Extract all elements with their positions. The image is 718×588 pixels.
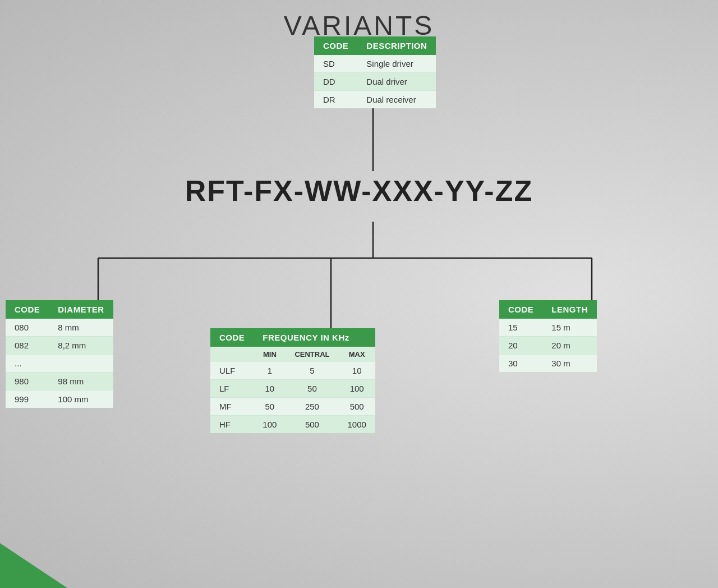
- diam-code-cell: ...: [6, 355, 49, 373]
- type-desc-cell: Dual driver: [357, 73, 436, 91]
- table-row: 3030 m: [499, 355, 597, 373]
- freq-min-cell: 10: [254, 380, 286, 398]
- freq-max-cell: 500: [338, 398, 375, 416]
- len-value-cell: 30 m: [542, 355, 597, 373]
- table-row: 1515 m: [499, 319, 597, 337]
- table-row: ...: [6, 355, 113, 373]
- freq-central-cell: 250: [286, 398, 338, 416]
- diam-value-cell: 100 mm: [49, 391, 113, 408]
- freq-min-cell: 100: [254, 416, 286, 434]
- diameter-table: CODE DIAMETER 0808 mm0828,2 mm...98098 m…: [6, 300, 113, 408]
- freq-central-cell: 50: [286, 380, 338, 398]
- diam-value-cell: 98 mm: [49, 373, 113, 391]
- diam-code-cell: 999: [6, 391, 49, 408]
- len-code-cell: 15: [499, 319, 542, 337]
- diam-code-cell: 082: [6, 337, 49, 355]
- type-desc-cell: Dual receiver: [357, 91, 436, 109]
- freq-sub-min: MIN: [254, 347, 286, 362]
- formula-text: RFT-FX-WW-XXX-YY-ZZ: [0, 174, 718, 208]
- table-row: 0828,2 mm: [6, 337, 113, 355]
- table-row: 2020 m: [499, 337, 597, 355]
- length-code-header: CODE: [499, 300, 542, 319]
- type-code-cell: DD: [314, 73, 357, 91]
- table-row: 98098 mm: [6, 373, 113, 391]
- freq-code-header: CODE: [210, 328, 254, 347]
- freq-max-cell: 100: [338, 380, 375, 398]
- freq-central-cell: 5: [286, 362, 338, 380]
- freq-code-cell: MF: [210, 398, 254, 416]
- type-code-header: CODE: [314, 36, 357, 55]
- freq-sub-central: CENTRAL: [286, 347, 338, 362]
- table-row: ULF1510: [210, 362, 375, 380]
- table-row: 0808 mm: [6, 319, 113, 337]
- type-code-cell: SD: [314, 55, 357, 73]
- diam-code-cell: 080: [6, 319, 49, 337]
- frequency-table: CODE FREQUENCY IN KHz MIN CENTRAL MAX UL…: [210, 328, 375, 433]
- table-row: LF1050100: [210, 380, 375, 398]
- diam-value-cell: 8,2 mm: [49, 337, 113, 355]
- table-row: MF50250500: [210, 398, 375, 416]
- freq-central-cell: 500: [286, 416, 338, 434]
- table-row: DRDual receiver: [314, 91, 436, 109]
- freq-min-cell: 1: [254, 362, 286, 380]
- length-table: CODE LENGTH 1515 m2020 m3030 m: [499, 300, 597, 372]
- freq-max-cell: 1000: [338, 416, 375, 434]
- type-code-cell: DR: [314, 91, 357, 109]
- diam-value-cell: 8 mm: [49, 319, 113, 337]
- freq-sub-code: [210, 347, 254, 362]
- diam-value-cell: [49, 355, 113, 373]
- freq-min-cell: 50: [254, 398, 286, 416]
- table-row: 999100 mm: [6, 391, 113, 408]
- table-row: DDDual driver: [314, 73, 436, 91]
- freq-code-cell: HF: [210, 416, 254, 434]
- type-table: CODE DESCRIPTION SDSingle driverDDDual d…: [314, 36, 436, 108]
- type-desc-cell: Single driver: [357, 55, 436, 73]
- len-code-cell: 30: [499, 355, 542, 373]
- table-row: SDSingle driver: [314, 55, 436, 73]
- len-value-cell: 15 m: [542, 319, 597, 337]
- freq-code-cell: LF: [210, 380, 254, 398]
- length-value-header: LENGTH: [542, 300, 597, 319]
- type-desc-header: DESCRIPTION: [357, 36, 436, 55]
- diameter-code-header: CODE: [6, 300, 49, 319]
- freq-max-cell: 10: [338, 362, 375, 380]
- freq-code-cell: ULF: [210, 362, 254, 380]
- freq-sub-max: MAX: [338, 347, 375, 362]
- diameter-value-header: DIAMETER: [49, 300, 113, 319]
- len-value-cell: 20 m: [542, 337, 597, 355]
- table-row: HF1005001000: [210, 416, 375, 434]
- diam-code-cell: 980: [6, 373, 49, 391]
- freq-main-header: FREQUENCY IN KHz: [254, 328, 375, 347]
- len-code-cell: 20: [499, 337, 542, 355]
